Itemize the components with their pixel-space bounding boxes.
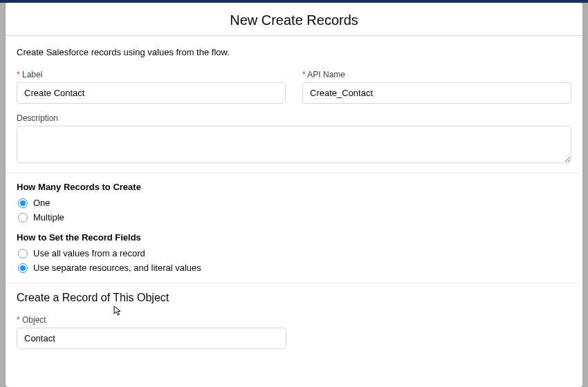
api-name-field-label: * API Name bbox=[302, 70, 571, 79]
api-name-input[interactable] bbox=[302, 82, 571, 104]
modal-title: New Create Records bbox=[6, 12, 582, 28]
object-field-label: * Object bbox=[17, 315, 286, 325]
modal-body: Create Salesforce records using values f… bbox=[6, 36, 582, 387]
label-field-label: * Label bbox=[17, 70, 286, 79]
radio-option-use-record[interactable]: Use all values from a record bbox=[17, 248, 571, 258]
radio-label: One bbox=[33, 198, 50, 208]
description-field-label: Description bbox=[17, 113, 571, 123]
how-many-radio-group: One Multiple bbox=[17, 198, 571, 223]
label-input[interactable] bbox=[17, 82, 286, 104]
how-set-radio-group: Use all values from a record Use separat… bbox=[17, 248, 571, 273]
radio-option-one[interactable]: One bbox=[17, 198, 571, 208]
radio-option-multiple[interactable]: Multiple bbox=[17, 212, 571, 223]
radio-icon bbox=[18, 249, 28, 258]
create-record-heading: Create a Record of This Object bbox=[17, 292, 571, 304]
radio-label: Multiple bbox=[33, 212, 64, 223]
radio-icon bbox=[18, 198, 28, 208]
section-divider bbox=[6, 173, 582, 173]
modal-header: New Create Records bbox=[6, 3, 582, 36]
section-divider bbox=[6, 283, 582, 283]
radio-icon bbox=[18, 263, 28, 273]
radio-label: Use all values from a record bbox=[33, 248, 145, 258]
radio-option-use-separate[interactable]: Use separate resources, and literal valu… bbox=[17, 263, 571, 273]
radio-label: Use separate resources, and literal valu… bbox=[33, 263, 201, 273]
instruction-text: Create Salesforce records using values f… bbox=[17, 47, 571, 57]
radio-icon bbox=[18, 213, 28, 223]
how-many-heading: How Many Records to Create bbox=[17, 182, 571, 192]
how-set-heading: How to Set the Record Fields bbox=[17, 232, 571, 243]
description-textarea[interactable] bbox=[17, 126, 571, 163]
object-input[interactable] bbox=[17, 328, 286, 349]
new-create-records-modal: New Create Records Create Salesforce rec… bbox=[6, 3, 582, 387]
